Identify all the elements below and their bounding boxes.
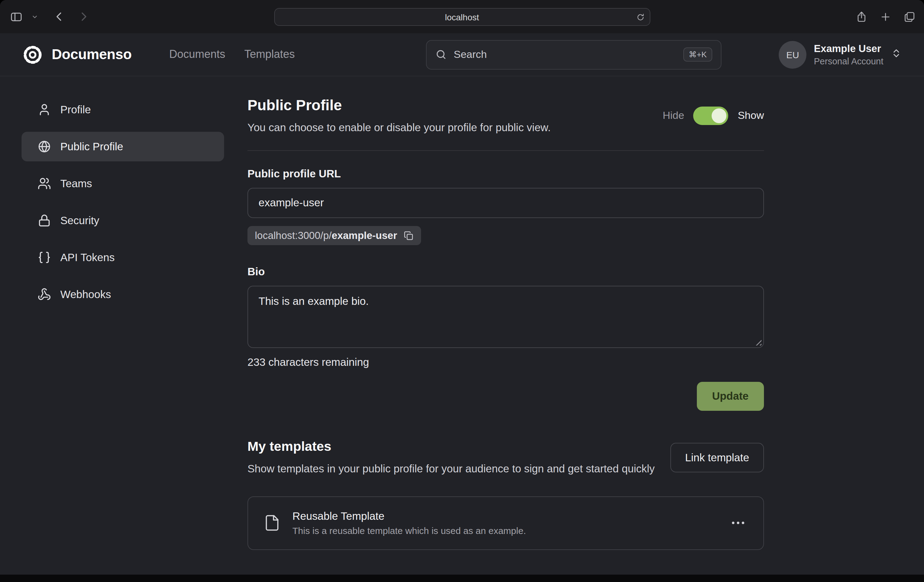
- profile-url-input[interactable]: [248, 188, 764, 218]
- ellipsis-icon: [732, 522, 734, 524]
- my-templates-section: My templates Show templates in your publ…: [248, 439, 764, 550]
- sidebar-item-public-profile[interactable]: Public Profile: [21, 132, 224, 161]
- search-icon: [435, 49, 447, 60]
- visibility-toggle-group: Hide Show: [663, 106, 764, 125]
- file-icon: [264, 514, 281, 531]
- ellipsis-icon: [742, 522, 744, 524]
- back-icon[interactable]: [53, 10, 65, 23]
- sidebar-item-label: API Tokens: [60, 251, 114, 264]
- sidebar-item-label: Webhooks: [60, 288, 111, 301]
- search-input[interactable]: [454, 48, 676, 61]
- public-url-text: localhost:3000/p/example-user: [255, 230, 397, 241]
- sidebar-panel-icon[interactable]: [10, 10, 23, 23]
- update-button[interactable]: Update: [696, 382, 764, 411]
- reload-icon[interactable]: [636, 13, 645, 21]
- avatar: EU: [779, 41, 807, 68]
- sidebar-item-label: Public Profile: [60, 140, 123, 153]
- copy-icon[interactable]: [404, 231, 414, 240]
- visibility-toggle[interactable]: [693, 106, 729, 125]
- share-icon[interactable]: [856, 11, 867, 23]
- page-subtitle: You can choose to enable or disable your…: [248, 121, 551, 134]
- address-bar-url: localhost: [445, 12, 479, 22]
- sidebar-item-teams[interactable]: Teams: [21, 169, 224, 198]
- webhook-icon: [38, 288, 51, 301]
- brand[interactable]: Documenso: [21, 43, 132, 66]
- toggle-show-label: Show: [738, 109, 764, 122]
- tab-overview-icon[interactable]: [904, 11, 916, 23]
- toggle-hide-label: Hide: [663, 109, 684, 122]
- forward-icon[interactable]: [78, 10, 90, 23]
- account-subtitle: Personal Account: [814, 56, 883, 67]
- address-bar[interactable]: localhost: [274, 8, 650, 26]
- users-icon: [38, 177, 51, 190]
- template-menu-button[interactable]: [728, 518, 748, 528]
- characters-remaining: 233 characters remaining: [248, 356, 764, 369]
- profile-url-label: Public profile URL: [248, 167, 764, 180]
- sidebar-item-security[interactable]: Security: [21, 206, 224, 235]
- top-nav: Documents Templates: [169, 48, 295, 61]
- sidebar-item-label: Teams: [60, 177, 92, 190]
- window-bottom-edge: [0, 575, 924, 582]
- sidebar-item-profile[interactable]: Profile: [21, 95, 224, 124]
- templates-description: Show templates in your public profile fo…: [248, 462, 655, 476]
- brand-name: Documenso: [52, 46, 132, 63]
- public-url-preview: localhost:3000/p/example-user: [248, 226, 421, 245]
- documenso-logo-icon: [21, 43, 44, 66]
- browser-toolbar: localhost: [0, 0, 924, 33]
- chevron-down-icon[interactable]: [31, 13, 38, 20]
- globe-icon: [38, 140, 51, 153]
- bio-textarea[interactable]: This is an example bio.: [248, 286, 764, 348]
- nav-templates[interactable]: Templates: [244, 48, 295, 61]
- bio-label: Bio: [248, 265, 764, 278]
- lock-icon: [38, 214, 51, 227]
- sidebar-item-label: Profile: [60, 103, 91, 116]
- page-title: Public Profile: [248, 97, 551, 114]
- template-card: Reusable Template This is a reusable tem…: [248, 496, 764, 550]
- plus-icon[interactable]: [880, 12, 891, 22]
- braces-icon: [38, 251, 51, 264]
- search-bar[interactable]: ⌘+K: [426, 40, 721, 69]
- user-icon: [38, 103, 51, 116]
- divider: [248, 150, 764, 151]
- account-name: Example User: [814, 42, 883, 55]
- search-shortcut-badge: ⌘+K: [683, 48, 712, 61]
- account-text: Example User Personal Account: [814, 42, 883, 67]
- app-header: Documenso Documents Templates ⌘+K EU Exa…: [0, 33, 924, 76]
- browser-window: localhost Documenso: [0, 0, 924, 582]
- chevrons-up-down-icon: [891, 48, 902, 61]
- template-title: Reusable Template: [292, 510, 526, 523]
- template-description: This is a reusable template which is use…: [292, 525, 526, 536]
- nav-documents[interactable]: Documents: [169, 48, 225, 61]
- toggle-knob: [712, 108, 727, 123]
- template-card-text: Reusable Template This is a reusable tem…: [292, 510, 526, 536]
- settings-sidebar: Profile Public Profile Teams: [21, 95, 224, 317]
- sidebar-item-webhooks[interactable]: Webhooks: [21, 279, 224, 309]
- link-template-button[interactable]: Link template: [670, 443, 764, 472]
- public-profile-settings: Public Profile You can choose to enable …: [248, 95, 764, 550]
- account-menu[interactable]: EU Example User Personal Account: [779, 41, 902, 68]
- sidebar-item-api-tokens[interactable]: API Tokens: [21, 243, 224, 272]
- sidebar-item-label: Security: [60, 214, 99, 227]
- ellipsis-icon: [737, 522, 739, 524]
- app-main: Documenso Documents Templates ⌘+K EU Exa…: [0, 33, 924, 575]
- templates-title: My templates: [248, 439, 655, 455]
